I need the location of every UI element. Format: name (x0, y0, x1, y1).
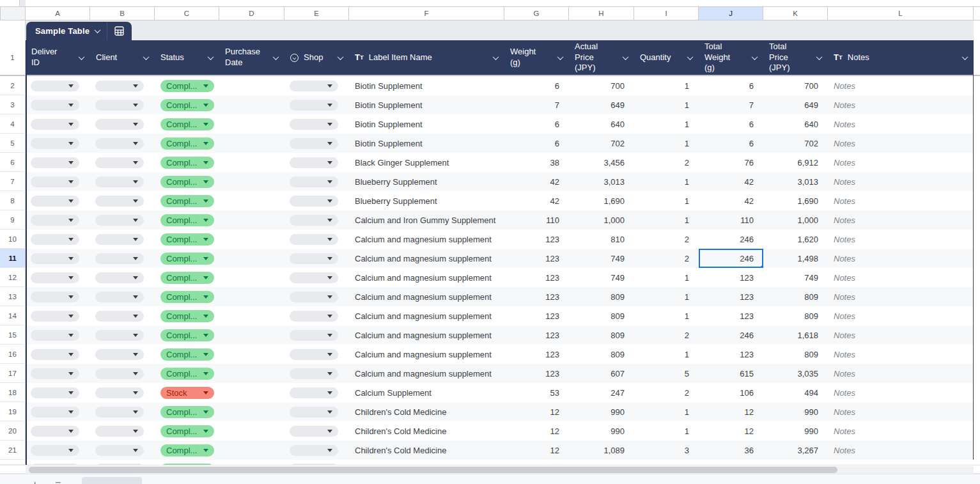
column-letter-l[interactable]: L (828, 6, 974, 20)
cell-total-price[interactable]: 700 (763, 76, 828, 95)
fill-handle[interactable] (761, 265, 763, 268)
row-number[interactable]: 19 (0, 402, 26, 421)
client-dropdown[interactable] (95, 196, 144, 207)
cell-deliver-id[interactable] (26, 441, 90, 460)
row-number[interactable]: 11 (0, 249, 26, 268)
header-deliver-id[interactable]: Deliver ID (26, 40, 90, 75)
column-letter-i[interactable]: I (634, 6, 699, 20)
cell-total-price[interactable]: 1,620 (763, 230, 828, 249)
cell-item-name[interactable]: Calcium and magnesium supplement (349, 287, 504, 306)
row-number[interactable]: 8 (0, 191, 26, 210)
cell-status[interactable]: Compl... (155, 345, 219, 364)
shop-dropdown[interactable] (290, 387, 338, 398)
cell-client[interactable] (90, 210, 155, 230)
cell-shop[interactable] (284, 230, 349, 249)
header-quantity[interactable]: Quantity (634, 40, 699, 75)
cell-status[interactable]: Compl... (155, 153, 219, 172)
cell-actual-price[interactable]: 247 (569, 383, 634, 402)
cell-status[interactable]: Stock (155, 383, 219, 402)
cell-status[interactable]: Compl... (155, 210, 219, 230)
shop-dropdown[interactable] (290, 176, 338, 187)
cell-notes[interactable]: Notes (828, 191, 974, 210)
cell-weight[interactable]: 123 (504, 325, 569, 345)
cell-status[interactable] (155, 460, 219, 465)
deliver-id-dropdown[interactable] (31, 253, 79, 264)
shop-dropdown[interactable] (290, 292, 338, 302)
cell-total-price[interactable]: 990 (763, 402, 828, 421)
cell-item-name[interactable]: Biotin Supplement (349, 114, 504, 134)
cell-shop[interactable] (284, 249, 349, 268)
cell-notes[interactable]: Notes (828, 306, 974, 325)
client-dropdown[interactable] (95, 368, 144, 379)
cell-weight[interactable]: 123 (504, 249, 569, 268)
cell-weight[interactable]: 110 (504, 210, 569, 230)
client-dropdown[interactable] (95, 349, 144, 360)
status-chip[interactable]: Compl... (160, 291, 214, 303)
status-chip[interactable]: Compl... (160, 348, 214, 361)
cell-shop[interactable] (284, 402, 349, 421)
cell-total-weight[interactable]: 12 (699, 421, 763, 441)
cell-item-name[interactable]: Biotin Supplement (349, 76, 504, 95)
column-letter-f[interactable]: F (349, 6, 504, 20)
header-label-item-name[interactable]: TT Label Item Name (349, 40, 504, 75)
cell-total-price[interactable]: 1,690 (763, 191, 828, 210)
table-name-chip[interactable]: Sample Table (26, 22, 132, 40)
cell-deliver-id[interactable] (26, 114, 90, 134)
all-sheets-menu-icon[interactable]: ≡ (55, 480, 61, 484)
cell-total-weight[interactable]: 123 (699, 268, 763, 287)
chevron-down-icon[interactable] (493, 54, 499, 60)
cell-purchase-date[interactable] (219, 306, 284, 325)
cell-actual-price[interactable]: 3,456 (569, 153, 634, 172)
cell-item-name[interactable]: Blueberry Supplement (349, 191, 504, 210)
client-dropdown[interactable] (95, 119, 144, 130)
row-number[interactable]: 6 (0, 153, 26, 172)
cell-quantity[interactable]: 1 (634, 172, 699, 191)
cell-weight[interactable]: 6 (504, 114, 569, 134)
cell-notes[interactable]: Notes (828, 441, 974, 460)
chevron-down-icon[interactable] (687, 54, 694, 60)
deliver-id-dropdown[interactable] (31, 387, 79, 398)
cell-actual-price[interactable] (569, 460, 634, 465)
cell-client[interactable] (90, 287, 155, 306)
cell-deliver-id[interactable] (26, 460, 90, 465)
deliver-id-dropdown[interactable] (31, 215, 79, 226)
cell-weight[interactable]: 123 (504, 306, 569, 325)
cell-status[interactable]: Compl... (155, 325, 219, 345)
row-number[interactable]: 7 (0, 172, 26, 191)
client-dropdown[interactable] (95, 426, 144, 437)
client-dropdown[interactable] (95, 407, 144, 418)
cell-shop[interactable] (284, 191, 349, 210)
cell-actual-price[interactable]: 809 (569, 287, 634, 306)
cell-notes[interactable]: Notes (828, 383, 974, 402)
cell-purchase-date[interactable] (219, 114, 284, 134)
cell-deliver-id[interactable] (26, 421, 90, 441)
cell-shop[interactable] (284, 268, 349, 287)
chevron-down-icon[interactable] (962, 54, 968, 60)
cell-quantity[interactable]: 3 (634, 441, 699, 460)
status-chip[interactable]: Compl... (160, 118, 214, 130)
cell-quantity[interactable]: 1 (634, 345, 699, 364)
cell-deliver-id[interactable] (26, 287, 90, 306)
cell-item-name[interactable]: Biotin Supplement (349, 134, 504, 153)
cell-status[interactable]: Compl... (155, 249, 219, 268)
cell-total-price[interactable]: 649 (763, 95, 828, 114)
cell-notes[interactable]: Notes (828, 287, 974, 306)
cell-status[interactable]: Compl... (155, 287, 219, 306)
column-letter-c[interactable]: C (155, 6, 219, 20)
cell-actual-price[interactable]: 1,089 (569, 441, 634, 460)
status-chip[interactable]: Stock (160, 387, 214, 399)
cell-actual-price[interactable]: 749 (569, 249, 634, 268)
client-dropdown[interactable] (95, 100, 144, 111)
cell-item-name[interactable] (349, 460, 504, 465)
cell-shop[interactable] (284, 421, 349, 441)
row-number[interactable]: 18 (0, 383, 26, 402)
cell-actual-price[interactable]: 809 (569, 306, 634, 325)
cell-item-name[interactable]: Children's Cold Medicine (349, 441, 504, 460)
cell-weight[interactable]: 123 (504, 268, 569, 287)
status-chip[interactable]: Compl... (160, 310, 214, 322)
client-dropdown[interactable] (95, 311, 144, 322)
cell-total-price[interactable]: 990 (763, 421, 828, 441)
cell-shop[interactable] (284, 172, 349, 191)
cell-total-weight[interactable]: 246 (699, 230, 763, 249)
cell-notes[interactable]: Notes (828, 345, 974, 364)
